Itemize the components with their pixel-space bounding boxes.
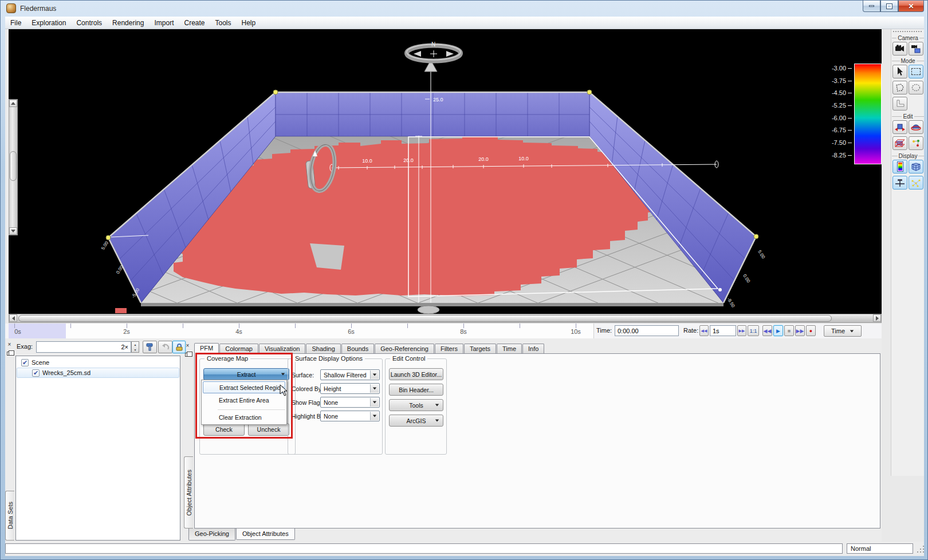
ruler-tick-label: 10s	[571, 328, 581, 335]
stop-button[interactable]: ■	[784, 325, 794, 336]
menu-help[interactable]: Help	[237, 17, 261, 29]
menu-exploration[interactable]: Exploration	[26, 17, 71, 29]
colored-by-select[interactable]: Height	[320, 383, 380, 394]
middle-dock-float-button[interactable]	[185, 353, 190, 357]
exag-input[interactable]	[36, 341, 131, 353]
edit-points-button[interactable]	[909, 136, 923, 150]
measure-mode-button[interactable]	[892, 97, 907, 111]
skip-start-button[interactable]: ◀◀	[762, 325, 772, 336]
app-window: Fledermaus ✕ File Exploration Controls R…	[0, 0, 928, 560]
object-attributes-vertical-tab[interactable]: Object Attributes	[184, 456, 193, 529]
wrecks-checkbox[interactable]: ✔	[32, 369, 40, 377]
rate-label: Rate:	[683, 327, 698, 334]
tab-time[interactable]: Time	[497, 344, 522, 354]
menu-controls[interactable]: Controls	[71, 17, 107, 29]
menu-file[interactable]: File	[5, 17, 26, 29]
surface-display-options-group: Surface Display Options Surface: Colored…	[288, 358, 383, 455]
tab-bounds[interactable]: Bounds	[341, 344, 374, 354]
viewport-left-scrollbar[interactable]	[9, 99, 18, 235]
camera-icon	[895, 45, 905, 53]
scene-checkbox[interactable]: ✔	[21, 359, 29, 366]
display-points-button[interactable]	[909, 176, 923, 190]
surface-select[interactable]: Shallow Filtered	[320, 369, 380, 380]
tab-geo-referencing[interactable]: Geo-Referencing	[375, 344, 434, 354]
colorbar-label: -6.00	[814, 115, 846, 121]
surface-options-title: Surface Display Options	[293, 355, 365, 362]
spinner-down-icon[interactable]: ▼	[132, 347, 139, 352]
edit-rotate-button[interactable]	[909, 120, 923, 134]
tab-geo-picking[interactable]: Geo-Picking	[188, 529, 235, 541]
display-axis-button[interactable]	[892, 176, 907, 190]
tab-filters[interactable]: Filters	[435, 344, 463, 354]
rectangle-select-mode-button[interactable]	[909, 65, 923, 78]
colorbar-label: -3.00	[814, 65, 846, 72]
edit-bounds-button[interactable]	[892, 136, 907, 150]
apply-exag-button[interactable]	[143, 341, 157, 353]
close-button[interactable]: ✕	[898, 1, 924, 12]
tree-row-wrecks[interactable]: ✔ Wrecks_25cm.sd	[17, 368, 179, 378]
polygon-select-mode-button[interactable]	[892, 81, 907, 94]
lasso-select-icon	[911, 84, 921, 92]
rate-increase-button[interactable]: ▶▶	[737, 325, 746, 336]
time-input[interactable]	[615, 325, 679, 336]
title-bar[interactable]: Fledermaus ✕	[1, 1, 927, 17]
edit-move-button[interactable]	[892, 120, 907, 134]
pointer-mode-button[interactable]	[892, 65, 907, 78]
tools-dropdown-button[interactable]: Tools	[389, 399, 443, 411]
tab-object-attributes[interactable]: Object Attributes	[236, 528, 295, 540]
display-bounds-button[interactable]	[909, 160, 923, 173]
data-sets-vertical-tab[interactable]: Data Sets	[5, 491, 14, 541]
camera-view-button[interactable]	[892, 42, 907, 56]
menu-rendering[interactable]: Rendering	[107, 17, 149, 29]
menu-tools[interactable]: Tools	[210, 17, 237, 29]
launch-3d-editor-button[interactable]: Launch 3D Editor...	[389, 368, 443, 380]
display-colorbar-button[interactable]	[892, 160, 907, 173]
time-ruler[interactable]: 0s 2s 4s 6s 8s 10s	[9, 324, 594, 338]
left-dock-close-button[interactable]: ×	[6, 341, 13, 348]
bin-header-button[interactable]: Bin Header...	[389, 384, 443, 396]
ruler-tick-label: 4s	[235, 328, 242, 335]
time-mode-combo[interactable]: Time	[824, 325, 862, 337]
exag-spinner[interactable]: ▲ ▼	[131, 341, 139, 353]
lock-icon	[176, 344, 183, 351]
tab-info[interactable]: Info	[522, 344, 544, 354]
restore-icon	[887, 4, 892, 9]
tab-shading[interactable]: Shading	[306, 344, 340, 354]
viewport-horizontal-scrollbar[interactable]	[9, 314, 882, 323]
scene-3d-viewport[interactable]: 10.0 20.0 20.0 10.0 25.0 N	[9, 29, 882, 314]
scrollbar-thumb[interactable]	[18, 315, 832, 322]
colorbar-label: -5.25	[814, 102, 846, 109]
minimize-button[interactable]	[863, 1, 880, 12]
time-label: Time:	[596, 327, 612, 334]
arcgis-dropdown-button[interactable]: ArcGIS	[389, 415, 443, 427]
maximize-button[interactable]	[880, 1, 898, 12]
chevron-down-icon	[373, 388, 376, 390]
middle-dock-close-button[interactable]: ×	[184, 342, 191, 349]
scrollbar-thumb[interactable]	[10, 151, 17, 181]
scene-3d-canvas[interactable]: 10.0 20.0 20.0 10.0 25.0 N	[9, 29, 882, 314]
camera-to-object-button[interactable]	[909, 42, 923, 56]
show-flags-select[interactable]: None	[320, 397, 380, 408]
compass-widget[interactable]: N	[407, 41, 461, 61]
spinner-up-icon[interactable]: ▲	[132, 342, 139, 347]
svg-text:20.0: 20.0	[403, 157, 414, 163]
svg-text:-9.50: -9.50	[726, 297, 736, 309]
highlight-by-select[interactable]: None	[320, 411, 380, 421]
ratio-button[interactable]: 1:1	[748, 325, 759, 336]
tree-row-scene[interactable]: ✔ Scene	[17, 357, 179, 368]
chevron-down-icon	[373, 415, 376, 417]
rate-input[interactable]	[710, 325, 736, 336]
play-button[interactable]: ▶	[773, 325, 783, 336]
menu-import[interactable]: Import	[149, 17, 179, 29]
resize-grip[interactable]	[916, 546, 924, 554]
status-mode-field: Normal	[847, 543, 913, 554]
skip-end-button[interactable]: ▶▶	[795, 325, 805, 336]
menu-create[interactable]: Create	[179, 17, 210, 29]
rate-decrease-button[interactable]: ◀◀	[699, 325, 709, 336]
lasso-select-mode-button[interactable]	[909, 81, 923, 94]
tab-targets[interactable]: Targets	[464, 344, 496, 354]
toolbar-drag-handle[interactable]	[893, 31, 922, 32]
left-dock-float-button[interactable]	[7, 352, 11, 356]
undo-button[interactable]	[158, 341, 172, 353]
record-button[interactable]: ●	[806, 325, 816, 336]
